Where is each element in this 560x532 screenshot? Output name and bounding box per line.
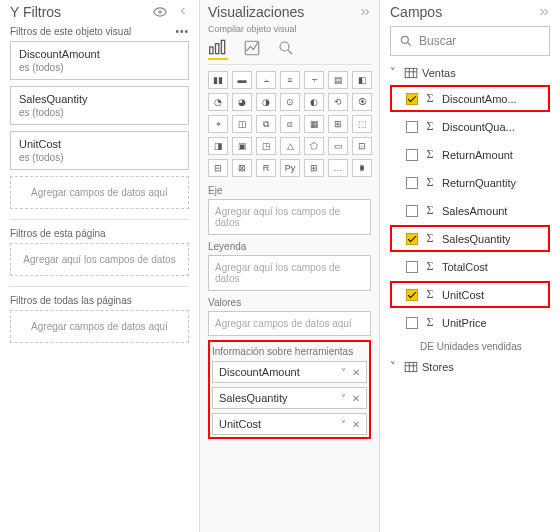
tab-build[interactable] — [208, 38, 228, 60]
filter-card[interactable]: DiscountAmount es (todos) — [10, 41, 189, 80]
viz-type-icon[interactable]: ◐ — [304, 93, 324, 111]
filter-name: SalesQuantity — [19, 93, 180, 105]
viz-type-icon[interactable]: ⊠ — [232, 159, 252, 177]
field-checkbox[interactable] — [406, 177, 418, 189]
svg-rect-11 — [405, 362, 417, 371]
field-checkbox[interactable] — [406, 149, 418, 161]
viz-type-icon[interactable]: ◧ — [352, 71, 372, 89]
field-row[interactable]: Σ DiscountQua... — [390, 113, 550, 140]
viz-type-icon[interactable]: ◕ — [232, 93, 252, 111]
search-placeholder: Buscar — [419, 34, 456, 48]
viz-type-icon[interactable]: ◑ — [256, 93, 276, 111]
search-icon — [399, 34, 413, 48]
viz-type-icon[interactable]: ◔ — [208, 93, 228, 111]
viz-type-icon[interactable]: ▮▮ — [208, 71, 228, 89]
viz-type-icon[interactable]: … — [328, 159, 348, 177]
field-name: UnitPrice — [442, 317, 487, 329]
viz-type-icon[interactable]: ⫟ — [304, 71, 324, 89]
tooltip-field-name: UnitCost — [219, 418, 261, 430]
tooltip-field[interactable]: SalesQuantity ˅ ✕ — [212, 387, 367, 409]
axis-well[interactable]: Agregar aquí los campos de datos — [208, 199, 371, 235]
viz-type-icon[interactable]: ▣ — [232, 137, 252, 155]
tooltip-field[interactable]: DiscountAmount ˅ ✕ — [212, 361, 367, 383]
viz-type-icon[interactable]: ⊙ — [280, 93, 300, 111]
viz-type-icon[interactable]: ◫ — [232, 115, 252, 133]
sigma-icon: Σ — [424, 203, 436, 218]
tooltip-field[interactable]: UnitCost ˅ ✕ — [212, 413, 367, 435]
field-row[interactable]: Σ UnitPrice — [390, 309, 550, 336]
all-filters-label: Filtros de todas las páginas — [10, 295, 189, 306]
measure-row[interactable]: DE Unidades vendidas — [390, 337, 550, 360]
viz-type-icon[interactable]: ⬠ — [304, 137, 324, 155]
field-row[interactable]: Σ SalesAmount — [390, 197, 550, 224]
remove-icon[interactable]: ✕ — [352, 367, 360, 378]
viz-type-icon[interactable]: ⌖ — [208, 115, 228, 133]
viz-type-icon[interactable]: Py — [280, 159, 300, 177]
field-name: SalesAmount — [442, 205, 507, 217]
add-visual-filter-dropzone[interactable]: Agregar campos de datos aquí — [10, 176, 189, 209]
field-row[interactable]: Σ DiscountAmo... — [390, 85, 550, 112]
viz-type-icon[interactable]: ◳ — [256, 137, 276, 155]
filter-card[interactable]: SalesQuantity es (todos) — [10, 86, 189, 125]
field-checkbox[interactable] — [406, 289, 418, 301]
legend-well[interactable]: Agregar aquí los campos de datos — [208, 255, 371, 291]
viz-type-icon[interactable]: R — [256, 159, 276, 177]
viz-type-icon[interactable]: ◨ — [208, 137, 228, 155]
filter-card[interactable]: UnitCost es (todos) — [10, 131, 189, 170]
viz-type-icon[interactable]: ⊞ — [328, 115, 348, 133]
field-row[interactable]: Σ UnitCost — [390, 281, 550, 308]
svg-point-0 — [159, 11, 161, 13]
viz-type-icon[interactable]: ⫠ — [256, 71, 276, 89]
viz-type-icon[interactable]: ▦ — [304, 115, 324, 133]
viz-type-icon[interactable]: ≡ — [280, 71, 300, 89]
field-checkbox[interactable] — [406, 233, 418, 245]
viz-type-icon[interactable]: ⦿ — [352, 93, 372, 111]
expand-icon[interactable] — [538, 6, 550, 18]
viz-type-icon[interactable]: ⊞ — [304, 159, 324, 177]
search-input[interactable]: Buscar — [390, 26, 550, 56]
viz-type-icon[interactable]: ▭ — [328, 137, 348, 155]
viz-type-icon[interactable]: ⬚ — [352, 115, 372, 133]
viz-type-icon[interactable]: ⧉ — [256, 115, 276, 133]
sigma-icon: Σ — [424, 119, 436, 134]
more-icon[interactable]: ••• — [175, 26, 189, 37]
viz-type-icon[interactable]: ⧯ — [352, 159, 372, 177]
field-checkbox[interactable] — [406, 317, 418, 329]
field-name: UnitCost — [442, 289, 484, 301]
collapse-icon[interactable] — [177, 5, 189, 19]
viz-type-icon[interactable]: △ — [280, 137, 300, 155]
add-all-filter-dropzone[interactable]: Agregar campos de datos aquí — [10, 310, 189, 343]
svg-rect-2 — [216, 44, 219, 54]
eye-icon[interactable] — [153, 5, 167, 19]
field-checkbox[interactable] — [406, 93, 418, 105]
filters-pane: Y Filtros Filtros de este objeto visual … — [0, 0, 200, 532]
tab-format[interactable] — [242, 39, 262, 59]
expand-icon[interactable] — [359, 6, 371, 18]
field-row[interactable]: Σ ReturnAmount — [390, 141, 550, 168]
field-checkbox[interactable] — [406, 205, 418, 217]
field-row[interactable]: Σ TotalCost — [390, 253, 550, 280]
field-name: ReturnQuantity — [442, 177, 516, 189]
table-header[interactable]: ˅ Ventas — [390, 66, 550, 79]
chevron-down-icon[interactable]: ˅ — [341, 419, 346, 430]
field-row[interactable]: Σ ReturnQuantity — [390, 169, 550, 196]
viz-title: Visualizaciones — [208, 4, 304, 20]
viz-type-icon[interactable]: ⟲ — [328, 93, 348, 111]
field-checkbox[interactable] — [406, 261, 418, 273]
viz-type-icon[interactable]: ⊡ — [352, 137, 372, 155]
viz-type-icon[interactable]: ⧈ — [280, 115, 300, 133]
viz-type-icon[interactable]: ▬ — [232, 71, 252, 89]
remove-icon[interactable]: ✕ — [352, 393, 360, 404]
chevron-down-icon[interactable]: ˅ — [341, 393, 346, 404]
chevron-down-icon[interactable]: ˅ — [341, 367, 346, 378]
values-well[interactable]: Agregar campos de datos aquí — [208, 311, 371, 336]
table-header[interactable]: ˅ Stores — [390, 360, 550, 373]
add-page-filter-dropzone[interactable]: Agregar aquí los campos de datos — [10, 243, 189, 276]
viz-type-icon[interactable]: ⊟ — [208, 159, 228, 177]
field-row[interactable]: Σ SalesQuantity — [390, 225, 550, 252]
field-checkbox[interactable] — [406, 121, 418, 133]
viz-type-icon[interactable]: ▤ — [328, 71, 348, 89]
divider — [10, 219, 189, 220]
remove-icon[interactable]: ✕ — [352, 419, 360, 430]
tab-analytics[interactable] — [276, 39, 296, 59]
